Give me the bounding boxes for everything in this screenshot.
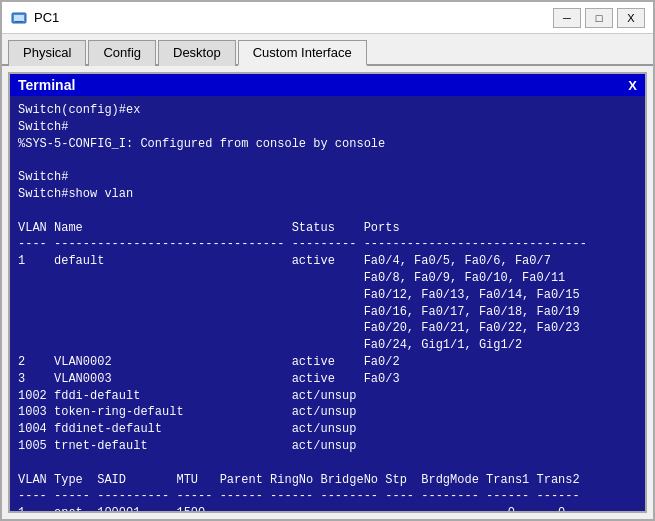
terminal-close-button[interactable]: X xyxy=(628,78,637,93)
tab-config[interactable]: Config xyxy=(88,40,156,66)
title-bar-controls: ─ □ X xyxy=(553,8,645,28)
terminal-header: Terminal X xyxy=(10,74,645,96)
minimize-button[interactable]: ─ xyxy=(553,8,581,28)
main-content: Terminal X Switch(config)#ex Switch# %SY… xyxy=(2,66,653,519)
svg-rect-1 xyxy=(14,15,24,21)
title-bar: PC1 ─ □ X xyxy=(2,2,653,34)
close-button[interactable]: X xyxy=(617,8,645,28)
main-window: PC1 ─ □ X Physical Config Desktop Custom… xyxy=(0,0,655,521)
tab-bar: Physical Config Desktop Custom Interface xyxy=(2,34,653,66)
terminal-output[interactable]: Switch(config)#ex Switch# %SYS-5-CONFIG_… xyxy=(10,96,645,511)
terminal-container: Terminal X Switch(config)#ex Switch# %SY… xyxy=(8,72,647,513)
svg-rect-2 xyxy=(15,21,23,22)
tab-desktop[interactable]: Desktop xyxy=(158,40,236,66)
window-icon xyxy=(10,9,28,27)
tab-physical[interactable]: Physical xyxy=(8,40,86,66)
window-title: PC1 xyxy=(34,10,553,25)
tab-custom-interface[interactable]: Custom Interface xyxy=(238,40,367,66)
terminal-body: Switch(config)#ex Switch# %SYS-5-CONFIG_… xyxy=(10,96,645,511)
terminal-title: Terminal xyxy=(18,77,75,93)
maximize-button[interactable]: □ xyxy=(585,8,613,28)
